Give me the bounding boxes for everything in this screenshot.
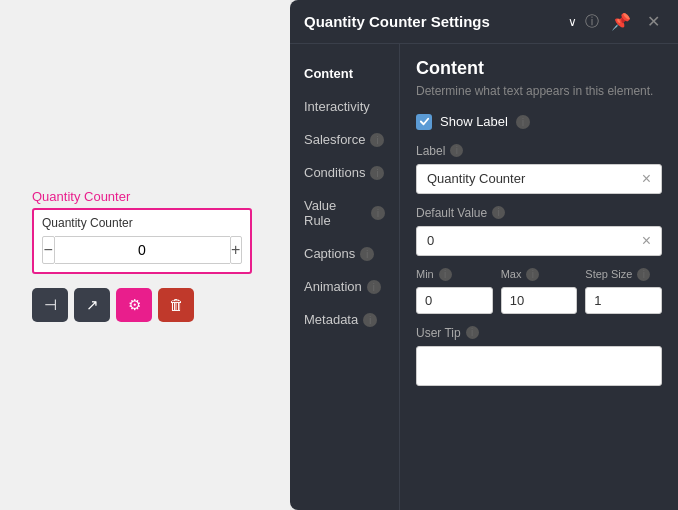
default-value-info-icon: i (492, 206, 505, 219)
salesforce-info-icon: i (370, 133, 384, 147)
pin-icon: ⊣ (44, 296, 57, 314)
captions-info-icon: i (360, 247, 374, 261)
chevron-down-button[interactable]: ∨ (568, 15, 577, 29)
counter-row: − + (42, 236, 242, 264)
panel-content: Content Determine what text appears in t… (400, 44, 678, 510)
nav-item-content[interactable]: Content (290, 58, 399, 89)
min-max-step-row: Min i Max i (416, 268, 662, 314)
nav-item-animation[interactable]: Animation i (290, 271, 399, 302)
delete-tool-button[interactable]: 🗑 (158, 288, 194, 322)
default-value-input[interactable] (427, 233, 642, 248)
default-value-field-label: Default Value i (416, 206, 662, 220)
nav-item-salesforce[interactable]: Salesforce i (290, 124, 399, 155)
step-label: Step Size i (585, 268, 662, 281)
pin-tool-button[interactable]: ⊣ (32, 288, 68, 322)
settings-tool-button[interactable]: ⚙ (116, 288, 152, 322)
content-heading: Content (416, 58, 662, 79)
show-label-checkbox[interactable] (416, 114, 432, 130)
panel-nav: Content Interactivity Salesforce i Condi… (290, 44, 400, 510)
metadata-info-icon: i (363, 313, 377, 327)
user-tip-field-label: User Tip i (416, 326, 662, 340)
step-info-icon: i (637, 268, 650, 281)
min-info-icon: i (439, 268, 452, 281)
max-label: Max i (501, 268, 578, 281)
pin-header-button[interactable]: 📌 (607, 10, 635, 33)
canvas-area: Quantity Counter Quantity Counter − + ⊣ … (0, 0, 290, 510)
external-link-icon: ↗ (86, 296, 99, 314)
user-tip-input[interactable] (427, 355, 651, 370)
max-field: Max i (501, 268, 578, 314)
panel-header: Quantity Counter Settings ∨ ⓘ 📌 ✕ (290, 0, 678, 44)
min-field: Min i (416, 268, 493, 314)
show-label-row: Show Label i (416, 114, 662, 130)
value-rule-info-icon: i (371, 206, 385, 220)
content-description: Determine what text appears in this elem… (416, 83, 662, 100)
show-label-text: Show Label (440, 114, 508, 129)
decrement-button[interactable]: − (42, 236, 55, 264)
user-tip-info-icon: i (466, 326, 479, 339)
panel-title: Quantity Counter Settings (304, 13, 560, 30)
nav-item-captions[interactable]: Captions i (290, 238, 399, 269)
close-button[interactable]: ✕ (643, 10, 664, 33)
nav-item-value-rule[interactable]: Value Rule i (290, 190, 399, 236)
label-info-icon: i (450, 144, 463, 157)
animation-info-icon: i (367, 280, 381, 294)
step-input[interactable] (594, 293, 653, 308)
max-info-icon: i (526, 268, 539, 281)
trash-icon: 🗑 (169, 296, 184, 313)
min-input[interactable] (425, 293, 484, 308)
default-value-clear-button[interactable]: × (642, 233, 651, 249)
label-input-wrapper: × (416, 164, 662, 194)
max-input[interactable] (510, 293, 569, 308)
default-value-input-wrapper: × (416, 226, 662, 256)
external-tool-button[interactable]: ↗ (74, 288, 110, 322)
step-field: Step Size i (585, 268, 662, 314)
widget-title: Quantity Counter (42, 216, 242, 230)
nav-item-interactivity[interactable]: Interactivity (290, 91, 399, 122)
show-label-info-icon: i (516, 115, 530, 129)
nav-item-conditions[interactable]: Conditions i (290, 157, 399, 188)
conditions-info-icon: i (370, 166, 384, 180)
toolbar: ⊣ ↗ ⚙ 🗑 (32, 288, 194, 322)
min-label: Min i (416, 268, 493, 281)
label-field-label: Label i (416, 144, 662, 158)
widget-box: Quantity Counter − + (32, 208, 252, 274)
settings-panel: Quantity Counter Settings ∨ ⓘ 📌 ✕ Conten… (290, 0, 678, 510)
step-input-wrapper (585, 287, 662, 314)
min-input-wrapper (416, 287, 493, 314)
info-header-icon: ⓘ (585, 13, 599, 31)
settings-icon: ⚙ (128, 296, 141, 314)
widget-label: Quantity Counter (32, 189, 130, 204)
nav-item-metadata[interactable]: Metadata i (290, 304, 399, 335)
user-tip-input-wrapper[interactable] (416, 346, 662, 386)
counter-input[interactable] (55, 236, 230, 264)
label-clear-button[interactable]: × (642, 171, 651, 187)
max-input-wrapper (501, 287, 578, 314)
increment-button[interactable]: + (230, 236, 243, 264)
panel-body: Content Interactivity Salesforce i Condi… (290, 44, 678, 510)
label-input[interactable] (427, 171, 642, 186)
